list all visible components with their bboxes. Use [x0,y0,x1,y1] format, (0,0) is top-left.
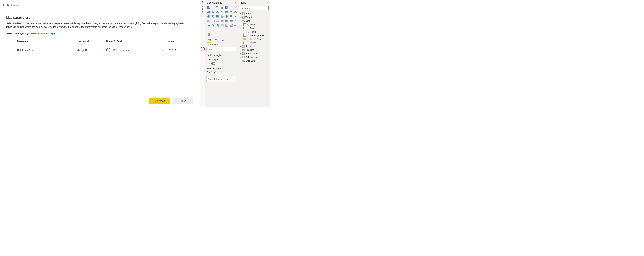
filters-vertical-label[interactable]: Filters [201,6,204,17]
checkbox[interactable] [244,23,246,26]
see-report-button[interactable]: See report [149,98,170,104]
use-default-toggle[interactable] [77,49,84,52]
page-body: Map parameters Select the fields in the … [0,10,200,56]
viz-line-clustered-icon[interactable] [216,10,220,14]
viz-kpi-icon[interactable]: ▲ [216,19,220,23]
parameter-field-chip[interactable]: Fiscal Year [206,47,236,51]
viz-scatter-icon[interactable] [234,10,238,14]
viz-clustered-column-icon[interactable] [220,6,224,9]
filter-funnel-icon[interactable] [190,1,193,5]
table-target[interactable]: Target [238,16,269,19]
visualizations-collapse-chevron-icon[interactable] [234,2,236,4]
viz-filled-map-icon[interactable] [225,15,228,18]
svg-rect-8 [216,8,218,8]
svg-point-103 [244,21,245,22]
svg-rect-23 [231,7,231,9]
viz-py-icon[interactable]: Py [207,24,210,27]
table-product[interactable]: Product [238,45,269,48]
chip-remove-icon[interactable] [234,48,235,50]
viz-100stacked-bar-icon[interactable] [225,6,228,9]
select-different-report-link[interactable]: Select a different report [30,32,57,35]
viz-slicer-icon[interactable] [220,19,224,23]
viz-funnel-icon[interactable] [229,15,233,18]
viz-clustered-bar-icon[interactable] [216,6,220,9]
svg-rect-25 [232,8,232,9]
svg-point-90 [222,39,224,41]
viz-paginated-icon[interactable] [225,24,228,27]
viz-decomposition-icon[interactable] [216,24,220,27]
date-hierarchy-icon: A [246,24,249,26]
svg-point-68 [212,24,213,25]
viz-ribbon-icon[interactable] [225,10,228,14]
svg-text:A: A [247,24,248,25]
search-input[interactable] [244,7,270,9]
cross-report-toggle[interactable] [211,63,216,65]
back-chevron-icon[interactable] [3,4,5,6]
viz-stacked-area-icon[interactable] [211,10,215,14]
viz-table-icon[interactable] [225,19,228,23]
field-month[interactable]: Month [238,41,269,45]
drill-through-dropzone[interactable]: Add drill-through fields here [206,76,236,82]
power-bi-field-select[interactable]: Date.Fiscal Year [112,47,165,53]
field-fiscal-year[interactable]: Fiscal Year [238,37,269,41]
table-date[interactable]: Date [238,19,269,23]
svg-rect-81 [230,25,230,27]
viz-stacked-column-icon[interactable] [211,6,215,9]
viz-r-icon[interactable]: R [234,19,238,23]
table-salesperson[interactable]: Salesperson [238,55,269,59]
table-sales-order[interactable]: Sales Order [238,52,269,55]
keep-filters-toggle[interactable] [211,71,216,73]
svg-rect-19 [227,8,228,9]
svg-rect-45 [216,17,219,18]
svg-rect-48 [230,16,232,17]
viz-ai-icon[interactable] [229,24,233,27]
svg-rect-21 [230,7,230,9]
field-fiscal[interactable]: Fiscal [238,30,269,34]
viz-pie-icon[interactable] [207,15,210,18]
param-name: DateFiscalYear [6,45,76,56]
viz-area-icon[interactable] [207,10,210,14]
filters-expand-chevron-icon[interactable] [202,1,203,4]
col-parameter: Parameter [6,38,76,45]
close-button[interactable]: Close [172,98,193,104]
svg-rect-2 [207,8,210,9]
checkbox-checked[interactable] [244,38,246,40]
table-ship-date[interactable]: Ship Date [238,59,269,63]
viz-key-influencer-icon[interactable] [211,24,215,27]
viz-import-icon[interactable] [234,24,238,27]
fields-collapse-chevron-icon[interactable] [266,2,268,4]
format-tab[interactable] [214,38,218,42]
format-tabs [205,37,238,42]
viz-multi-card-icon[interactable] [211,19,215,23]
fields-tab[interactable] [208,38,211,42]
viz-line-stacked-icon[interactable] [220,10,224,14]
viz-map-icon[interactable] [220,15,224,18]
more-options-icon[interactable]: ··· [195,1,198,5]
viz-stacked-bar-icon[interactable] [207,6,210,9]
report-name-row: Sales by Geography Select a different re… [6,32,193,35]
chip-chevron-down-icon[interactable] [231,48,232,50]
table-sales[interactable]: Sales [238,12,269,16]
fields-search-box[interactable] [239,6,269,10]
viz-gauge-icon[interactable] [234,15,238,18]
col-value: Value [166,38,194,45]
viz-treemap-icon[interactable] [216,15,220,18]
field-fiscal-quarter[interactable]: Fiscal Quarter [238,34,269,37]
viz-qna-icon[interactable] [220,24,224,27]
viz-more-button[interactable]: · · · [205,28,238,32]
viz-100stacked-column-icon[interactable] [229,6,233,9]
table-reseller[interactable]: Reseller [238,48,269,52]
viz-waterfall-icon[interactable] [229,10,233,14]
viz-line-icon[interactable] [234,6,238,9]
analytics-tab[interactable] [221,38,225,42]
svg-rect-34 [231,12,232,12]
svg-rect-73 [218,25,218,26]
main-top-icons: ··· [190,1,198,5]
field-day[interactable]: Day [238,26,269,30]
svg-rect-42 [216,15,218,17]
field-date[interactable]: A Date [238,23,269,26]
viz-matrix-icon[interactable] [229,19,233,23]
viz-donut-icon[interactable] [211,15,215,18]
viz-card-icon[interactable]: 123 [207,19,210,23]
back-to-report-link[interactable]: Back to report [7,4,21,7]
